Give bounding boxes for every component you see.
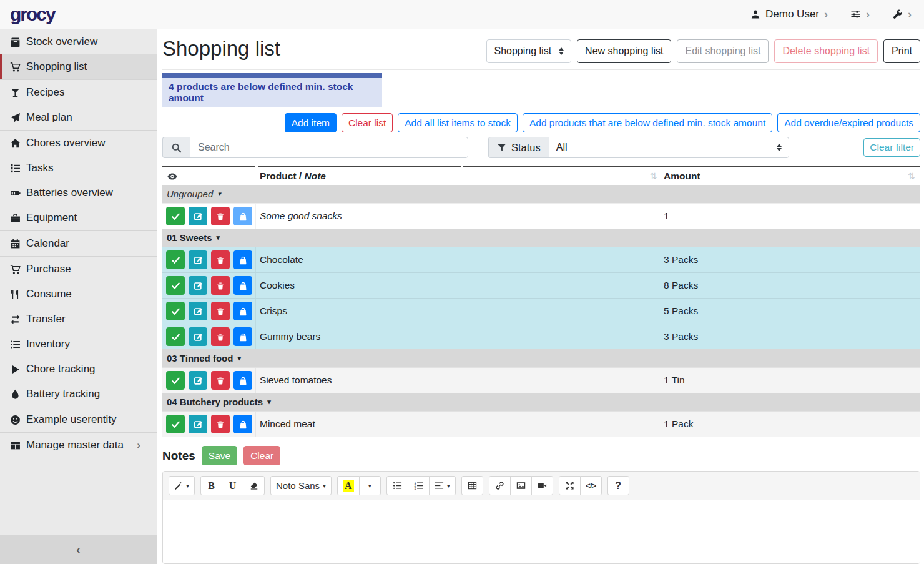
select-arrows-icon [559,47,564,55]
group-header-row[interactable]: Ungrouped ▾ [162,185,920,203]
group-header-row[interactable]: 03 Tinned food ▾ [162,349,920,367]
alert-progress-bar [162,73,382,78]
underline-button[interactable]: U [222,476,243,495]
status-addon: Status [488,137,549,158]
sidebar-item-equipment[interactable]: Equipment [0,205,157,230]
sidebar-item-recipes[interactable]: Recipes [0,80,157,105]
mark-done-button[interactable] [166,371,185,390]
add-item-button[interactable]: Add item [285,113,337,132]
add-to-stock-button[interactable] [233,302,252,320]
edit-item-button[interactable] [189,276,207,295]
unordered-list-button[interactable] [386,476,408,495]
sidebar-item-consume[interactable]: Consume [0,282,157,307]
column-header-amount[interactable]: Amount [664,171,700,182]
font-color-dropdown[interactable]: ▾ [359,476,381,495]
ul-list-icon [393,481,402,490]
delete-item-button[interactable] [211,415,230,433]
bold-button[interactable]: B [200,476,222,495]
font-family-select[interactable]: Noto Sans ▾ [270,476,332,495]
min-stock-alert[interactable]: 4 products are below defined min. stock … [162,73,382,107]
delete-item-button[interactable] [211,276,230,295]
clear-list-button[interactable]: Clear list [342,113,393,132]
sidebar-item-batteries-overview[interactable]: Batteries overview [0,181,157,205]
edit-item-button[interactable] [189,207,207,225]
sidebar-item-calendar[interactable]: Calendar [0,231,157,256]
sidebar-item-shopping-list[interactable]: Shopping list [0,54,157,79]
delete-item-button[interactable] [211,207,230,225]
search-input[interactable] [190,137,468,158]
ordered-list-button[interactable]: 123 [408,476,430,495]
sidebar-item-tasks[interactable]: Tasks [0,156,157,181]
admin-menu[interactable]: › [892,9,912,20]
delete-item-button[interactable] [211,327,230,346]
add-to-stock-button[interactable] [233,207,252,225]
mark-done-button[interactable] [166,276,185,295]
add-overdue-button[interactable]: Add overdue/expired products [777,113,920,132]
paragraph-align-button[interactable]: ▾ [429,476,456,495]
sidebar-collapse-button[interactable]: ‹ [0,535,157,564]
sidebar-item-stock-overview[interactable]: Stock overview [0,29,157,54]
sidebar-item-battery-tracking[interactable]: Battery tracking [0,382,157,407]
sort-icon[interactable]: ⇅ [908,171,915,181]
sidebar-item-chores-overview[interactable]: Chores overview [0,131,157,156]
mark-done-button[interactable] [166,302,185,320]
notes-clear-button[interactable]: Clear [243,446,280,465]
clear-filter-button[interactable]: Clear filter [863,138,920,157]
code-view-button[interactable]: </> [580,476,602,495]
help-button[interactable]: ? [607,476,629,495]
add-below-min-stock-button[interactable]: Add products that are below defined min.… [523,113,772,132]
mark-done-button[interactable] [166,415,185,433]
sidebar-item-purchase[interactable]: Purchase [0,257,157,282]
delete-item-button[interactable] [211,250,230,269]
caret-down-icon: ▾ [186,482,189,489]
add-to-stock-button[interactable] [233,327,252,346]
print-button[interactable]: Print [883,39,920,63]
font-color-button[interactable]: A [337,476,360,495]
caret-down-icon: ▾ [267,398,271,406]
sidebar-item-example-userentity[interactable]: Example userentity [0,407,157,432]
editor-content-area[interactable] [163,500,920,563]
mark-done-button[interactable] [166,207,185,225]
edit-item-button[interactable] [189,371,207,390]
sidebar-item-meal-plan[interactable]: Meal plan [0,105,157,130]
add-to-stock-button[interactable] [233,276,252,295]
add-to-stock-button[interactable] [233,371,252,390]
edit-item-button[interactable] [189,327,207,346]
column-header-product-note[interactable]: Product / Note [260,171,326,182]
user-menu[interactable]: Demo User › [750,8,828,21]
shopping-list-select[interactable]: Shopping list [486,39,571,63]
group-header-row[interactable]: 04 Butchery products ▾ [162,393,920,411]
mark-done-button[interactable] [166,327,185,346]
sidebar-item-transfer[interactable]: Transfer [0,307,157,332]
add-to-stock-button[interactable] [233,250,252,269]
sidebar-item-chore-tracking[interactable]: Chore tracking [0,357,157,382]
add-to-stock-button[interactable] [233,415,252,433]
insert-image-button[interactable] [510,476,532,495]
delete-item-button[interactable] [211,302,230,320]
notes-save-button[interactable]: Save [202,446,237,465]
group-header-row[interactable]: 01 Sweets ▾ [162,229,920,247]
edit-item-button[interactable] [189,302,207,320]
sidebar-item-inventory[interactable]: Inventory [0,332,157,357]
magic-style-button[interactable]: ▾ [169,476,195,495]
edit-item-button[interactable] [189,415,207,433]
topbar: grocy Demo User › › › [0,0,924,29]
insert-video-button[interactable] [531,476,553,495]
edit-item-button[interactable] [189,250,207,269]
grocy-logo[interactable]: grocy [10,5,55,24]
mark-done-button[interactable] [166,250,185,269]
add-all-to-stock-button[interactable]: Add all list items to stock [398,113,518,132]
status-select[interactable]: All [549,137,789,158]
insert-link-button[interactable] [489,476,511,495]
settings-menu[interactable]: › [850,9,870,20]
eraser-button[interactable] [243,476,265,495]
delete-item-button[interactable] [211,371,230,390]
fullscreen-button[interactable] [559,476,581,495]
insert-table-button[interactable] [461,476,483,495]
edit-shopping-list-button[interactable]: Edit shopping list [677,39,769,63]
sidebar-item-manage-master-data[interactable]: Manage master data › [0,433,157,458]
sort-icon[interactable]: ⇅ [650,171,657,181]
alert-text[interactable]: 4 products are below defined min. stock … [162,78,382,107]
delete-shopping-list-button[interactable]: Delete shopping list [774,39,878,63]
new-shopping-list-button[interactable]: New shopping list [577,39,671,63]
